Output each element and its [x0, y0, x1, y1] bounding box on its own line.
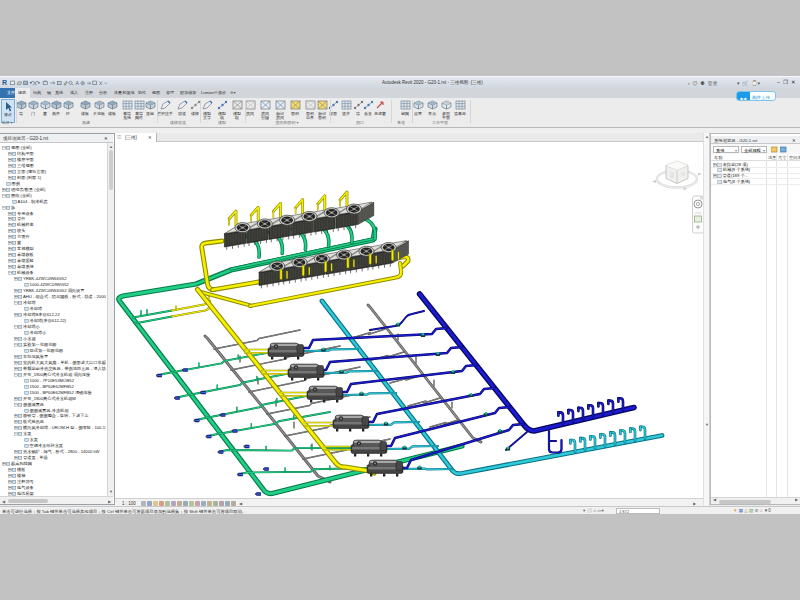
svg-text:A: A — [76, 80, 80, 86]
